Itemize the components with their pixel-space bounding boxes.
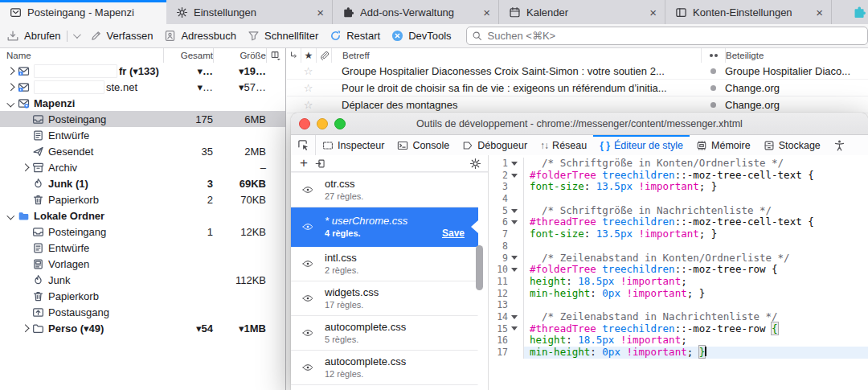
code-text[interactable]: #threadTree treechildren::-moz-tree-row … — [524, 323, 868, 335]
close-tab-icon[interactable]: × — [648, 6, 658, 18]
visibility-eye-icon[interactable] — [291, 258, 325, 269]
tab-add-ons-verwaltung[interactable]: Add-ons-Verwaltung× — [333, 0, 499, 24]
code-text[interactable]: height: 18.5px !important; — [524, 276, 868, 288]
folder-row-perso-49-[interactable]: Perso (▾49)▾54▾1MB — [0, 320, 285, 336]
stylesheet-item-intl-css[interactable]: intl.css2 règles. — [291, 247, 478, 281]
code-text[interactable]: height: 18.5px !important; — [524, 335, 868, 347]
stylesheet-item-widgets-css[interactable]: widgets.css17 règles. — [291, 281, 478, 316]
close-tab-icon[interactable]: × — [315, 6, 326, 18]
folder-row-archiv[interactable]: Archiv– — [0, 159, 285, 175]
message-row[interactable]: ☆Déplacer des montagnesChange.org — [287, 96, 868, 113]
folder-row-papierkorb[interactable]: Papierkorb270KB — [0, 191, 285, 207]
code-text[interactable] — [524, 193, 868, 205]
star-toggle-icon[interactable]: ☆ — [301, 100, 316, 110]
devtools-tab-accessibility[interactable] — [827, 135, 852, 155]
folder-row-mapenzi[interactable]: Mapenzi — [0, 95, 285, 111]
code-text[interactable]: font-size: 13.5px !important; } — [524, 228, 868, 240]
fold-arrow-icon[interactable] — [508, 209, 521, 213]
column-header-size[interactable]: Größe — [213, 48, 266, 63]
code-text[interactable]: /* Zeilenabstand in Nachrichtenliste */ — [524, 311, 868, 323]
adressbuch-button[interactable]: Adressbuch — [164, 30, 236, 42]
stylesheet-item-otr-css[interactable]: otr.css27 règles. — [291, 173, 478, 207]
devtools-tab-d-bogueur[interactable]: Débogueur — [456, 135, 534, 155]
tab-konten-einstellungen[interactable]: Konten-Einstellungen× — [665, 0, 832, 24]
close-window-button[interactable] — [299, 118, 310, 129]
tab-einstellungen[interactable]: Einstellungen× — [166, 0, 333, 24]
twisty-down-icon[interactable] — [5, 101, 16, 106]
extension-puzzle-icon[interactable] — [853, 0, 868, 24]
message-row[interactable]: ☆Pour le droit de choisir sa fin de vie … — [287, 80, 868, 96]
code-text[interactable] — [524, 299, 868, 311]
folder-row-gesendet[interactable]: Gesendet352MB — [0, 143, 285, 159]
visibility-eye-icon[interactable] — [291, 293, 325, 304]
devtools-tab-stockage[interactable]: Stockage — [757, 135, 827, 155]
read-column-icon[interactable] — [701, 48, 725, 63]
folder-column-picker-icon[interactable] — [266, 48, 285, 63]
minimize-window-button[interactable] — [317, 118, 328, 129]
close-tab-icon[interactable]: × — [481, 6, 492, 18]
code-text[interactable]: /* Schriftgröße in Konten/Ordnerliste */ — [524, 158, 868, 170]
tab-kalender[interactable]: Kalender× — [499, 0, 665, 24]
folder-row-lokale-ordner[interactable]: Lokale Ordner — [0, 207, 285, 224]
column-header-name[interactable]: Name — [0, 48, 163, 63]
restart-button[interactable]: Restart — [330, 30, 380, 42]
attachment-column-icon[interactable] — [316, 48, 331, 63]
code-text[interactable]: /* Zeilenabstand in Konten/Ordnerliste *… — [524, 252, 868, 265]
folder-row-papierkorb[interactable]: Papierkorb — [0, 288, 285, 304]
code-text[interactable]: font-size: 13.5px !important; } — [524, 181, 868, 193]
stylesheet-item--userchrome-css[interactable]: * userChrome.css4 règles.Save — [291, 207, 478, 247]
fold-arrow-icon[interactable] — [508, 326, 521, 330]
code-text[interactable]: /* Schriftgröße in Nachrichtenliste */ — [524, 205, 868, 217]
column-header-total[interactable]: Gesamt — [163, 48, 213, 63]
folder-row-fr-133-[interactable]: fr (▾133)▾…▾19… — [0, 63, 285, 79]
folder-row-posteingang[interactable]: Posteingang1756MB — [0, 111, 285, 127]
devtools-tab-inspecteur[interactable]: Inspecteur — [316, 135, 391, 155]
devtools-titlebar[interactable]: Outils de développement - chrome://messe… — [291, 113, 868, 135]
visibility-eye-icon[interactable] — [291, 184, 325, 195]
stylesheet-item-autocomplete-css[interactable]: autocomplete.css12 règles. — [291, 351, 478, 385]
pick-element-icon[interactable] — [291, 135, 316, 155]
star-toggle-icon[interactable]: ☆ — [301, 83, 316, 93]
global-search[interactable] — [466, 27, 868, 45]
code-text[interactable]: min-height: 0px !important; } — [524, 288, 868, 300]
column-header-correspondents[interactable]: Beteiligte — [725, 48, 868, 63]
verfassen-button[interactable]: Verfassen — [90, 30, 154, 42]
fold-arrow-icon[interactable] — [508, 315, 521, 319]
folder-row-junk-1-[interactable]: Junk (1)369KB — [0, 175, 285, 191]
folder-row-entw-rfe[interactable]: Entwürfe — [0, 127, 285, 143]
folder-row-postausgang[interactable]: Postausgang — [0, 304, 285, 320]
message-row[interactable]: ☆Groupe Hospitalier Diaconesses Croix Sa… — [287, 63, 868, 80]
fold-arrow-icon[interactable] — [508, 174, 521, 178]
new-stylesheet-button[interactable]: + — [300, 156, 308, 170]
fold-arrow-icon[interactable] — [508, 220, 521, 224]
chevron-down-icon[interactable] — [73, 31, 81, 39]
thread-column-icon[interactable] — [287, 48, 301, 63]
unread-status-dot[interactable] — [701, 85, 725, 91]
visibility-eye-icon[interactable] — [291, 362, 325, 373]
code-text[interactable]: #folderTree treechildren::-moz-tree-row … — [524, 264, 868, 276]
stylesheet-item-button-css[interactable]: button.css12 règles. — [291, 385, 478, 390]
devtools-tab-console[interactable]: Console — [391, 135, 456, 155]
fold-arrow-icon[interactable] — [508, 268, 521, 272]
style-editor-options-gear-icon[interactable] — [469, 158, 481, 170]
star-column-icon[interactable]: ★ — [301, 48, 316, 63]
folder-row-entw-rfe[interactable]: Entwürfe — [0, 240, 285, 256]
tab-posteingang-mapenzi[interactable]: Posteingang - Mapenzi — [0, 0, 166, 24]
devtools-tab-m-moire[interactable]: Mémoire — [690, 135, 757, 155]
twisty-right-icon[interactable] — [19, 165, 31, 170]
close-tab-icon[interactable]: × — [814, 6, 825, 18]
code-text[interactable] — [524, 240, 868, 252]
code-text[interactable]: min-height: 0px !important; } — [524, 347, 868, 359]
zoom-window-button[interactable] — [334, 118, 346, 129]
search-input[interactable] — [486, 29, 862, 43]
visibility-eye-icon[interactable] — [291, 221, 325, 232]
star-toggle-icon[interactable]: ☆ — [301, 66, 316, 76]
devtools-tab-r-seau[interactable]: ↑↓Réseau — [534, 135, 593, 155]
abrufen-button[interactable]: Abrufen — [6, 30, 79, 43]
sidebar-scrollbar-thumb[interactable] — [476, 245, 483, 290]
twisty-right-icon[interactable] — [19, 326, 31, 331]
unread-status-dot[interactable] — [701, 102, 725, 108]
devtools-tab--diteur-de-style[interactable]: { }Éditeur de style — [593, 135, 690, 155]
folder-row-junk[interactable]: Junk112KB — [0, 272, 285, 288]
save-link[interactable]: Save — [442, 228, 468, 239]
